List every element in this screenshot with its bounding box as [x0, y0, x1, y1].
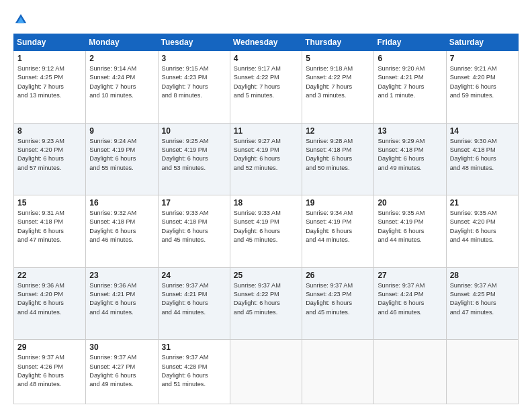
calendar-cell: 11Sunrise: 9:27 AM Sunset: 4:19 PM Dayli… — [230, 123, 302, 195]
cell-info: Sunrise: 9:34 AM Sunset: 4:19 PM Dayligh… — [306, 209, 370, 244]
calendar-cell: 3Sunrise: 9:15 AM Sunset: 4:23 PM Daylig… — [158, 51, 230, 124]
day-number: 23 — [89, 271, 154, 280]
calendar-header-tuesday: Tuesday — [158, 34, 230, 51]
cell-info: Sunrise: 9:30 AM Sunset: 4:18 PM Dayligh… — [450, 137, 515, 173]
calendar-header-row: SundayMondayTuesdayWednesdayThursdayFrid… — [14, 34, 519, 51]
calendar-cell — [446, 340, 518, 404]
cell-info: Sunrise: 9:37 AM Sunset: 4:26 PM Dayligh… — [17, 353, 82, 389]
cell-info: Sunrise: 9:37 AM Sunset: 4:21 PM Dayligh… — [162, 281, 226, 317]
calendar-cell: 31Sunrise: 9:37 AM Sunset: 4:28 PM Dayli… — [158, 340, 230, 404]
day-number: 9 — [89, 126, 154, 136]
day-number: 6 — [378, 54, 442, 63]
cell-info: Sunrise: 9:23 AM Sunset: 4:20 PM Dayligh… — [17, 137, 82, 173]
day-number: 10 — [162, 126, 226, 136]
cell-info: Sunrise: 9:37 AM Sunset: 4:28 PM Dayligh… — [162, 353, 226, 389]
cell-info: Sunrise: 9:25 AM Sunset: 4:19 PM Dayligh… — [162, 137, 226, 173]
calendar-header-monday: Monday — [86, 34, 158, 51]
calendar-cell: 18Sunrise: 9:33 AM Sunset: 4:19 PM Dayli… — [230, 195, 302, 268]
calendar-cell: 26Sunrise: 9:37 AM Sunset: 4:23 PM Dayli… — [302, 267, 374, 340]
day-number: 21 — [450, 198, 515, 208]
calendar-cell: 12Sunrise: 9:28 AM Sunset: 4:18 PM Dayli… — [302, 123, 374, 195]
cell-info: Sunrise: 9:35 AM Sunset: 4:19 PM Dayligh… — [378, 209, 442, 244]
calendar-cell: 4Sunrise: 9:17 AM Sunset: 4:22 PM Daylig… — [230, 51, 302, 124]
cell-info: Sunrise: 9:32 AM Sunset: 4:18 PM Dayligh… — [89, 209, 154, 244]
calendar-cell: 22Sunrise: 9:36 AM Sunset: 4:20 PM Dayli… — [14, 267, 86, 340]
cell-info: Sunrise: 9:14 AM Sunset: 4:24 PM Dayligh… — [89, 64, 154, 100]
day-number: 2 — [89, 54, 154, 63]
cell-info: Sunrise: 9:37 AM Sunset: 4:22 PM Dayligh… — [234, 281, 298, 317]
calendar-cell: 9Sunrise: 9:24 AM Sunset: 4:19 PM Daylig… — [86, 123, 158, 195]
logo — [13, 12, 31, 27]
day-number: 30 — [89, 342, 154, 352]
calendar-cell: 15Sunrise: 9:31 AM Sunset: 4:18 PM Dayli… — [14, 195, 86, 268]
calendar-week-row: 22Sunrise: 9:36 AM Sunset: 4:20 PM Dayli… — [14, 267, 519, 340]
day-number: 24 — [162, 271, 226, 280]
day-number: 22 — [17, 271, 82, 280]
calendar-cell — [302, 340, 374, 404]
page: SundayMondayTuesdayWednesdayThursdayFrid… — [0, 0, 532, 411]
day-number: 17 — [162, 198, 226, 208]
day-number: 16 — [89, 198, 154, 208]
cell-info: Sunrise: 9:27 AM Sunset: 4:19 PM Dayligh… — [234, 137, 298, 173]
cell-info: Sunrise: 9:33 AM Sunset: 4:18 PM Dayligh… — [162, 209, 226, 244]
calendar-header-thursday: Thursday — [302, 34, 374, 51]
calendar-week-row: 8Sunrise: 9:23 AM Sunset: 4:20 PM Daylig… — [14, 123, 519, 195]
day-number: 26 — [306, 271, 370, 280]
calendar-cell: 19Sunrise: 9:34 AM Sunset: 4:19 PM Dayli… — [302, 195, 374, 268]
calendar-header-friday: Friday — [374, 34, 446, 51]
day-number: 5 — [306, 54, 370, 63]
day-number: 3 — [162, 54, 226, 63]
calendar-cell: 16Sunrise: 9:32 AM Sunset: 4:18 PM Dayli… — [86, 195, 158, 268]
day-number: 31 — [162, 342, 226, 352]
calendar-cell: 5Sunrise: 9:18 AM Sunset: 4:22 PM Daylig… — [302, 51, 374, 124]
cell-info: Sunrise: 9:37 AM Sunset: 4:25 PM Dayligh… — [450, 281, 515, 317]
calendar-cell: 27Sunrise: 9:37 AM Sunset: 4:24 PM Dayli… — [374, 267, 446, 340]
cell-info: Sunrise: 9:15 AM Sunset: 4:23 PM Dayligh… — [162, 64, 226, 100]
cell-info: Sunrise: 9:36 AM Sunset: 4:21 PM Dayligh… — [89, 281, 154, 317]
cell-info: Sunrise: 9:37 AM Sunset: 4:27 PM Dayligh… — [89, 353, 154, 389]
calendar-cell: 21Sunrise: 9:35 AM Sunset: 4:20 PM Dayli… — [446, 195, 518, 268]
calendar-cell: 8Sunrise: 9:23 AM Sunset: 4:20 PM Daylig… — [14, 123, 86, 195]
cell-info: Sunrise: 9:17 AM Sunset: 4:22 PM Dayligh… — [234, 64, 298, 100]
calendar-header-saturday: Saturday — [446, 34, 518, 51]
calendar-cell — [374, 340, 446, 404]
cell-info: Sunrise: 9:33 AM Sunset: 4:19 PM Dayligh… — [234, 209, 298, 244]
cell-info: Sunrise: 9:24 AM Sunset: 4:19 PM Dayligh… — [89, 137, 154, 173]
day-number: 19 — [306, 198, 370, 208]
cell-info: Sunrise: 9:28 AM Sunset: 4:18 PM Dayligh… — [306, 137, 370, 173]
header — [13, 12, 519, 27]
cell-info: Sunrise: 9:21 AM Sunset: 4:20 PM Dayligh… — [450, 64, 515, 100]
calendar-cell: 23Sunrise: 9:36 AM Sunset: 4:21 PM Dayli… — [86, 267, 158, 340]
calendar-week-row: 29Sunrise: 9:37 AM Sunset: 4:26 PM Dayli… — [14, 340, 519, 404]
calendar-header-wednesday: Wednesday — [230, 34, 302, 51]
calendar-cell: 25Sunrise: 9:37 AM Sunset: 4:22 PM Dayli… — [230, 267, 302, 340]
calendar-cell: 14Sunrise: 9:30 AM Sunset: 4:18 PM Dayli… — [446, 123, 518, 195]
day-number: 11 — [234, 126, 298, 136]
day-number: 14 — [450, 126, 515, 136]
day-number: 25 — [234, 271, 298, 280]
day-number: 18 — [234, 198, 298, 208]
day-number: 1 — [17, 54, 82, 63]
calendar-cell: 28Sunrise: 9:37 AM Sunset: 4:25 PM Dayli… — [446, 267, 518, 340]
cell-info: Sunrise: 9:29 AM Sunset: 4:18 PM Dayligh… — [378, 137, 442, 173]
cell-info: Sunrise: 9:37 AM Sunset: 4:24 PM Dayligh… — [378, 281, 442, 317]
cell-info: Sunrise: 9:31 AM Sunset: 4:18 PM Dayligh… — [17, 209, 82, 244]
calendar-cell: 6Sunrise: 9:20 AM Sunset: 4:21 PM Daylig… — [374, 51, 446, 124]
cell-info: Sunrise: 9:36 AM Sunset: 4:20 PM Dayligh… — [17, 281, 82, 317]
calendar-cell: 20Sunrise: 9:35 AM Sunset: 4:19 PM Dayli… — [374, 195, 446, 268]
calendar-table: SundayMondayTuesdayWednesdayThursdayFrid… — [13, 34, 519, 404]
cell-info: Sunrise: 9:12 AM Sunset: 4:25 PM Dayligh… — [17, 64, 82, 100]
day-number: 27 — [378, 271, 442, 280]
cell-info: Sunrise: 9:35 AM Sunset: 4:20 PM Dayligh… — [450, 209, 515, 244]
day-number: 28 — [450, 271, 515, 280]
calendar-cell: 2Sunrise: 9:14 AM Sunset: 4:24 PM Daylig… — [86, 51, 158, 124]
day-number: 8 — [17, 126, 82, 136]
cell-info: Sunrise: 9:18 AM Sunset: 4:22 PM Dayligh… — [306, 64, 370, 100]
calendar-week-row: 1Sunrise: 9:12 AM Sunset: 4:25 PM Daylig… — [14, 51, 519, 124]
calendar-week-row: 15Sunrise: 9:31 AM Sunset: 4:18 PM Dayli… — [14, 195, 519, 268]
day-number: 7 — [450, 54, 515, 63]
calendar-cell: 24Sunrise: 9:37 AM Sunset: 4:21 PM Dayli… — [158, 267, 230, 340]
day-number: 13 — [378, 126, 442, 136]
calendar-cell: 17Sunrise: 9:33 AM Sunset: 4:18 PM Dayli… — [158, 195, 230, 268]
calendar-cell: 29Sunrise: 9:37 AM Sunset: 4:26 PM Dayli… — [14, 340, 86, 404]
